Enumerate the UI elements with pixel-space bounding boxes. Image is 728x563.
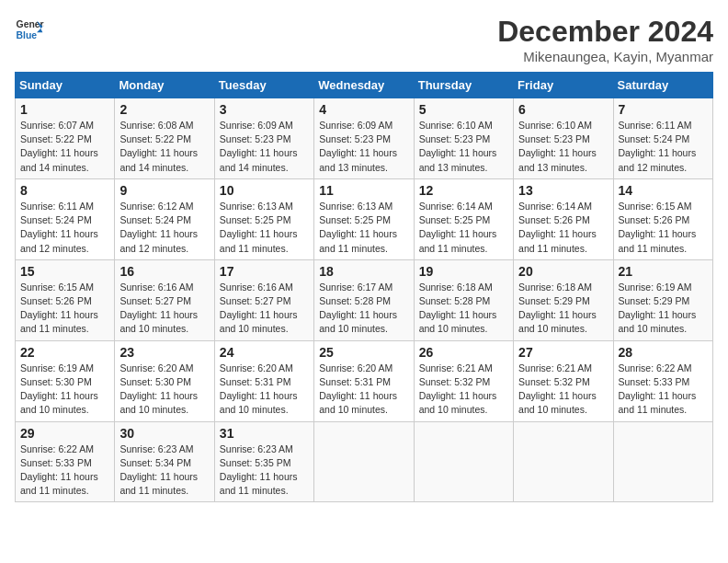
location-subtitle: Mikenaungea, Kayin, Myanmar xyxy=(497,49,713,64)
day-number: 29 xyxy=(20,426,109,441)
col-thursday: Thursday xyxy=(414,73,513,98)
table-row: 1Sunrise: 6:07 AMSunset: 5:22 PMDaylight… xyxy=(16,98,115,179)
table-row: 16Sunrise: 6:16 AMSunset: 5:27 PMDayligh… xyxy=(115,259,214,340)
day-info: Sunrise: 6:14 AMSunset: 5:25 PMDaylight:… xyxy=(419,200,508,256)
table-row xyxy=(414,421,513,502)
col-tuesday: Tuesday xyxy=(214,73,313,98)
day-number: 25 xyxy=(319,345,408,360)
title-block: December 2024 Mikenaungea, Kayin, Myanma… xyxy=(497,15,713,64)
day-info: Sunrise: 6:14 AMSunset: 5:26 PMDaylight:… xyxy=(518,200,608,256)
day-info: Sunrise: 6:15 AMSunset: 5:26 PMDaylight:… xyxy=(20,281,109,337)
logo-icon: General Blue xyxy=(15,15,44,44)
table-row: 7Sunrise: 6:11 AMSunset: 5:24 PMDaylight… xyxy=(613,98,712,179)
month-title: December 2024 xyxy=(497,15,713,49)
day-info: Sunrise: 6:09 AMSunset: 5:23 PMDaylight:… xyxy=(220,119,309,175)
table-row: 20Sunrise: 6:18 AMSunset: 5:29 PMDayligh… xyxy=(514,259,613,340)
day-number: 24 xyxy=(220,345,309,360)
day-info: Sunrise: 6:16 AMSunset: 5:27 PMDaylight:… xyxy=(220,281,309,337)
table-row: 6Sunrise: 6:10 AMSunset: 5:23 PMDaylight… xyxy=(514,98,613,179)
day-number: 18 xyxy=(319,264,408,279)
day-number: 1 xyxy=(20,102,109,117)
day-number: 9 xyxy=(119,183,209,198)
day-number: 27 xyxy=(518,345,608,360)
day-info: Sunrise: 6:11 AMSunset: 5:24 PMDaylight:… xyxy=(619,119,708,175)
day-info: Sunrise: 6:22 AMSunset: 5:33 PMDaylight:… xyxy=(20,442,109,499)
day-info: Sunrise: 6:07 AMSunset: 5:22 PMDaylight:… xyxy=(20,119,109,175)
day-number: 6 xyxy=(518,102,608,117)
table-row: 22Sunrise: 6:19 AMSunset: 5:30 PMDayligh… xyxy=(16,340,115,421)
day-number: 23 xyxy=(119,345,209,360)
day-number: 10 xyxy=(220,183,309,198)
table-row: 13Sunrise: 6:14 AMSunset: 5:26 PMDayligh… xyxy=(514,178,613,259)
table-row: 18Sunrise: 6:17 AMSunset: 5:28 PMDayligh… xyxy=(314,259,414,340)
day-info: Sunrise: 6:10 AMSunset: 5:23 PMDaylight:… xyxy=(518,119,608,175)
calendar-row: 1Sunrise: 6:07 AMSunset: 5:22 PMDaylight… xyxy=(16,98,713,179)
col-friday: Friday xyxy=(514,73,613,98)
day-info: Sunrise: 6:18 AMSunset: 5:29 PMDaylight:… xyxy=(518,281,608,337)
col-wednesday: Wednesday xyxy=(314,73,414,98)
calendar-row: 15Sunrise: 6:15 AMSunset: 5:26 PMDayligh… xyxy=(16,259,713,340)
day-number: 21 xyxy=(619,264,708,279)
table-row xyxy=(314,421,414,502)
day-info: Sunrise: 6:12 AMSunset: 5:24 PMDaylight:… xyxy=(119,200,209,256)
day-number: 12 xyxy=(419,183,508,198)
day-info: Sunrise: 6:09 AMSunset: 5:23 PMDaylight:… xyxy=(319,119,408,175)
col-sunday: Sunday xyxy=(16,73,115,98)
day-number: 26 xyxy=(419,345,508,360)
table-row: 12Sunrise: 6:14 AMSunset: 5:25 PMDayligh… xyxy=(414,178,513,259)
table-row: 4Sunrise: 6:09 AMSunset: 5:23 PMDaylight… xyxy=(314,98,414,179)
day-number: 15 xyxy=(20,264,109,279)
day-info: Sunrise: 6:17 AMSunset: 5:28 PMDaylight:… xyxy=(319,281,408,337)
day-info: Sunrise: 6:19 AMSunset: 5:30 PMDaylight:… xyxy=(20,362,109,418)
table-row: 30Sunrise: 6:23 AMSunset: 5:34 PMDayligh… xyxy=(115,421,214,502)
header-row: Sunday Monday Tuesday Wednesday Thursday… xyxy=(16,73,713,98)
table-row: 25Sunrise: 6:20 AMSunset: 5:31 PMDayligh… xyxy=(314,340,414,421)
table-row: 21Sunrise: 6:19 AMSunset: 5:29 PMDayligh… xyxy=(613,259,712,340)
day-number: 11 xyxy=(319,183,408,198)
table-row: 9Sunrise: 6:12 AMSunset: 5:24 PMDaylight… xyxy=(115,178,214,259)
day-number: 5 xyxy=(419,102,508,117)
day-number: 8 xyxy=(20,183,109,198)
table-row: 11Sunrise: 6:13 AMSunset: 5:25 PMDayligh… xyxy=(314,178,414,259)
table-row xyxy=(514,421,613,502)
table-row: 27Sunrise: 6:21 AMSunset: 5:32 PMDayligh… xyxy=(514,340,613,421)
day-number: 30 xyxy=(119,426,209,441)
table-row: 24Sunrise: 6:20 AMSunset: 5:31 PMDayligh… xyxy=(214,340,313,421)
day-number: 20 xyxy=(518,264,608,279)
day-info: Sunrise: 6:11 AMSunset: 5:24 PMDaylight:… xyxy=(20,200,109,256)
day-number: 16 xyxy=(119,264,209,279)
day-number: 17 xyxy=(220,264,309,279)
day-info: Sunrise: 6:22 AMSunset: 5:33 PMDaylight:… xyxy=(619,362,708,418)
day-info: Sunrise: 6:08 AMSunset: 5:22 PMDaylight:… xyxy=(119,119,209,175)
day-number: 4 xyxy=(319,102,408,117)
calendar-row: 22Sunrise: 6:19 AMSunset: 5:30 PMDayligh… xyxy=(16,340,713,421)
day-number: 31 xyxy=(220,426,309,441)
day-number: 22 xyxy=(20,345,109,360)
day-info: Sunrise: 6:21 AMSunset: 5:32 PMDaylight:… xyxy=(419,362,508,418)
day-info: Sunrise: 6:23 AMSunset: 5:34 PMDaylight:… xyxy=(119,442,209,499)
day-info: Sunrise: 6:13 AMSunset: 5:25 PMDaylight:… xyxy=(220,200,309,256)
table-row: 14Sunrise: 6:15 AMSunset: 5:26 PMDayligh… xyxy=(613,178,712,259)
day-info: Sunrise: 6:19 AMSunset: 5:29 PMDaylight:… xyxy=(619,281,708,337)
day-info: Sunrise: 6:20 AMSunset: 5:31 PMDaylight:… xyxy=(220,362,309,418)
day-info: Sunrise: 6:18 AMSunset: 5:28 PMDaylight:… xyxy=(419,281,508,337)
day-info: Sunrise: 6:21 AMSunset: 5:32 PMDaylight:… xyxy=(518,362,608,418)
table-row: 17Sunrise: 6:16 AMSunset: 5:27 PMDayligh… xyxy=(214,259,313,340)
day-info: Sunrise: 6:15 AMSunset: 5:26 PMDaylight:… xyxy=(619,200,708,256)
table-row: 3Sunrise: 6:09 AMSunset: 5:23 PMDaylight… xyxy=(214,98,313,179)
day-info: Sunrise: 6:16 AMSunset: 5:27 PMDaylight:… xyxy=(119,281,209,337)
table-row: 23Sunrise: 6:20 AMSunset: 5:30 PMDayligh… xyxy=(115,340,214,421)
logo: General Blue xyxy=(15,15,44,44)
table-row: 5Sunrise: 6:10 AMSunset: 5:23 PMDaylight… xyxy=(414,98,513,179)
calendar-table: Sunday Monday Tuesday Wednesday Thursday… xyxy=(15,72,713,502)
day-info: Sunrise: 6:20 AMSunset: 5:31 PMDaylight:… xyxy=(319,362,408,418)
day-number: 13 xyxy=(518,183,608,198)
svg-text:Blue: Blue xyxy=(17,30,38,40)
page-header: General Blue December 2024 Mikenaungea, … xyxy=(15,15,713,64)
table-row: 31Sunrise: 6:23 AMSunset: 5:35 PMDayligh… xyxy=(214,421,313,502)
table-row: 2Sunrise: 6:08 AMSunset: 5:22 PMDaylight… xyxy=(115,98,214,179)
day-info: Sunrise: 6:13 AMSunset: 5:25 PMDaylight:… xyxy=(319,200,408,256)
day-number: 7 xyxy=(619,102,708,117)
table-row: 26Sunrise: 6:21 AMSunset: 5:32 PMDayligh… xyxy=(414,340,513,421)
calendar-row: 29Sunrise: 6:22 AMSunset: 5:33 PMDayligh… xyxy=(16,421,713,502)
